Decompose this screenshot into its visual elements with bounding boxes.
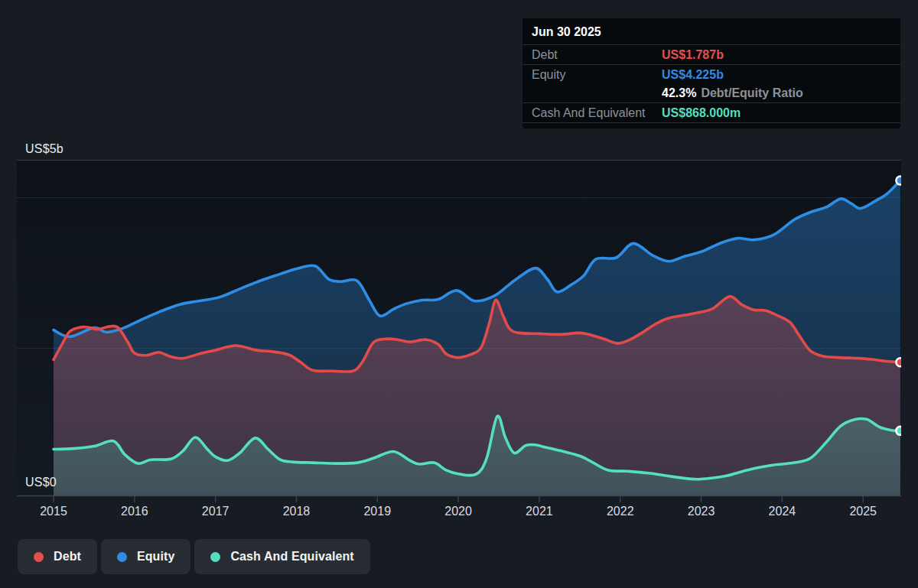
- tooltip-ratio-label: Debt/Equity Ratio: [701, 86, 802, 99]
- x-axis-label-2025: 2025: [849, 505, 877, 518]
- x-axis-labels: 2015201620172018201920202021202220232024…: [40, 505, 877, 518]
- x-axis-label-2015: 2015: [40, 505, 67, 518]
- x-axis-label-2019: 2019: [363, 505, 391, 518]
- equity-legend-dot-icon: [117, 552, 127, 562]
- chart-legend: Debt Equity Cash And Equivalent: [18, 539, 370, 574]
- cash-legend-dot-icon: [210, 552, 220, 562]
- tooltip-debt-label: Debt: [532, 48, 662, 62]
- tooltip-debt-value: US$1.787b: [662, 48, 724, 62]
- tooltip-row-ratio: 42.3%Debt/Equity Ratio: [522, 84, 900, 102]
- x-axis-label-2022: 2022: [607, 505, 634, 518]
- cash-and-equivalent-endpoint-marker: [896, 427, 904, 435]
- x-axis-label-2016: 2016: [121, 505, 148, 518]
- legend-equity-label: Equity: [137, 550, 175, 564]
- debt-legend-dot-icon: [34, 552, 44, 562]
- tooltip-cash-label: Cash And Equivalent: [532, 106, 662, 120]
- x-axis-label-2018: 2018: [283, 505, 311, 518]
- legend-debt-label: Debt: [54, 550, 81, 564]
- y-axis-max-label: US$5b: [25, 142, 63, 156]
- tooltip-row-cash: Cash And Equivalent US$868.000m: [522, 102, 900, 123]
- tooltip-date: Jun 30 2025: [522, 18, 900, 44]
- tooltip-row-equity: Equity US$4.225b: [522, 64, 900, 84]
- x-axis-label-2023: 2023: [688, 505, 715, 518]
- legend-cash-label: Cash And Equivalent: [230, 550, 353, 564]
- x-axis-label-2020: 2020: [444, 505, 472, 518]
- x-axis-label-2017: 2017: [202, 505, 230, 518]
- legend-pill-equity[interactable]: Equity: [101, 539, 191, 574]
- legend-pill-debt[interactable]: Debt: [18, 539, 97, 574]
- tooltip-equity-value: US$4.225b: [662, 68, 724, 82]
- x-axis-ticks: [54, 496, 863, 502]
- debt-equity-history-chart-page: 2015201620172018201920202021202220232024…: [0, 0, 918, 588]
- x-axis-label-2024: 2024: [769, 505, 796, 518]
- tooltip-ratio-value: 42.3%: [662, 86, 696, 99]
- tooltip-equity-label: Equity: [532, 68, 662, 82]
- debt-endpoint-marker: [896, 358, 904, 366]
- legend-pill-cash[interactable]: Cash And Equivalent: [194, 539, 369, 574]
- chart-tooltip: Jun 30 2025 Debt US$1.787b Equity US$4.2…: [522, 18, 900, 128]
- y-axis-zero-label: US$0: [25, 476, 57, 489]
- tooltip-cash-value: US$868.000m: [662, 106, 741, 120]
- x-axis-label-2021: 2021: [526, 505, 553, 518]
- equity-endpoint-marker: [896, 177, 904, 185]
- tooltip-row-debt: Debt US$1.787b: [522, 44, 900, 64]
